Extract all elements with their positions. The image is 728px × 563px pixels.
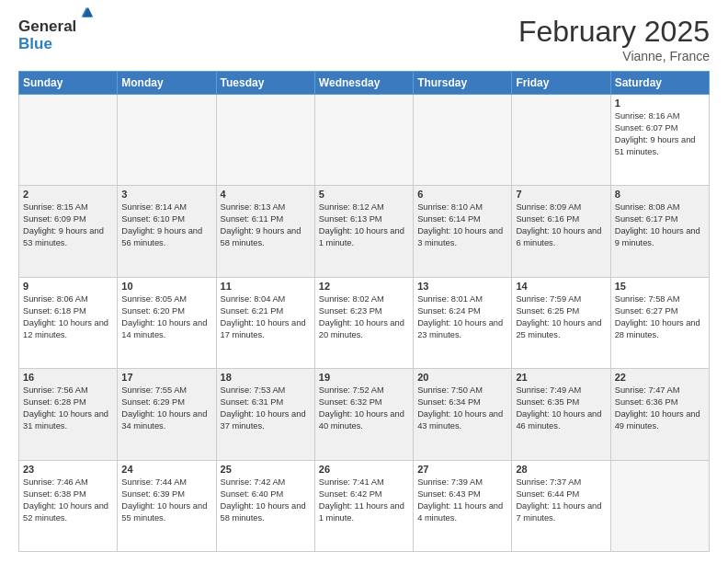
calendar-week-row: 23Sunrise: 7:46 AM Sunset: 6:38 PM Dayli… [19,460,710,551]
col-wednesday: Wednesday [314,72,413,95]
table-row [314,95,413,186]
day-info: Sunrise: 8:16 AM Sunset: 6:07 PM Dayligh… [615,110,705,158]
table-row: 12Sunrise: 8:02 AM Sunset: 6:23 PM Dayli… [314,277,413,368]
day-number: 4 [221,189,311,200]
table-row: 21Sunrise: 7:49 AM Sunset: 6:35 PM Dayli… [512,369,610,460]
day-number: 11 [221,281,311,292]
table-row: 16Sunrise: 7:56 AM Sunset: 6:28 PM Dayli… [19,369,118,460]
day-number: 6 [417,189,507,200]
day-info: Sunrise: 7:46 AM Sunset: 6:38 PM Dayligh… [23,477,113,524]
table-row: 27Sunrise: 7:39 AM Sunset: 6:43 PM Dayli… [414,460,512,551]
table-row: 20Sunrise: 7:50 AM Sunset: 6:34 PM Dayli… [414,369,512,460]
table-row: 25Sunrise: 7:42 AM Sunset: 6:40 PM Dayli… [216,460,314,551]
day-number: 20 [417,372,507,383]
day-number: 27 [417,464,507,475]
day-info: Sunrise: 8:08 AM Sunset: 6:17 PM Dayligh… [615,201,705,249]
col-thursday: Thursday [414,72,512,95]
day-info: Sunrise: 7:56 AM Sunset: 6:28 PM Dayligh… [23,385,113,432]
day-number: 10 [121,281,211,292]
table-row: 2Sunrise: 8:15 AM Sunset: 6:09 PM Daylig… [19,186,118,277]
table-row [414,95,512,186]
day-info: Sunrise: 8:09 AM Sunset: 6:16 PM Dayligh… [516,201,606,249]
table-row: 19Sunrise: 7:52 AM Sunset: 6:32 PM Dayli… [314,369,413,460]
day-info: Sunrise: 8:02 AM Sunset: 6:23 PM Dayligh… [319,293,409,341]
day-number: 28 [516,464,606,475]
day-info: Sunrise: 8:14 AM Sunset: 6:10 PM Dayligh… [121,201,211,249]
table-row [19,95,118,186]
table-row: 8Sunrise: 8:08 AM Sunset: 6:17 PM Daylig… [610,186,709,277]
table-row: 14Sunrise: 7:59 AM Sunset: 6:25 PM Dayli… [512,277,610,368]
day-info: Sunrise: 7:42 AM Sunset: 6:40 PM Dayligh… [221,477,311,524]
logo-general-text: General [18,18,76,36]
day-info: Sunrise: 7:44 AM Sunset: 6:39 PM Dayligh… [121,477,211,524]
day-number: 2 [23,189,113,200]
day-info: Sunrise: 7:47 AM Sunset: 6:36 PM Dayligh… [615,385,705,432]
table-row: 24Sunrise: 7:44 AM Sunset: 6:39 PM Dayli… [118,460,216,551]
table-row [118,95,216,186]
day-number: 18 [221,372,311,383]
table-row: 1Sunrise: 8:16 AM Sunset: 6:07 PM Daylig… [610,95,709,186]
day-info: Sunrise: 7:52 AM Sunset: 6:32 PM Dayligh… [319,385,409,432]
day-number: 5 [319,189,409,200]
day-info: Sunrise: 7:55 AM Sunset: 6:29 PM Dayligh… [121,385,211,432]
day-info: Sunrise: 8:15 AM Sunset: 6:09 PM Dayligh… [23,201,113,249]
table-row: 6Sunrise: 8:10 AM Sunset: 6:14 PM Daylig… [414,186,512,277]
location-subtitle: Vianne, France [518,49,710,63]
table-row: 28Sunrise: 7:37 AM Sunset: 6:44 PM Dayli… [512,460,610,551]
day-number: 14 [516,281,606,292]
logo-icon [78,6,95,22]
day-info: Sunrise: 7:59 AM Sunset: 6:25 PM Dayligh… [516,293,606,341]
day-info: Sunrise: 7:58 AM Sunset: 6:27 PM Dayligh… [615,293,705,341]
table-row: 7Sunrise: 8:09 AM Sunset: 6:16 PM Daylig… [512,186,610,277]
day-info: Sunrise: 7:41 AM Sunset: 6:42 PM Dayligh… [319,477,409,524]
day-number: 23 [23,464,113,475]
table-row: 22Sunrise: 7:47 AM Sunset: 6:36 PM Dayli… [610,369,709,460]
day-number: 16 [23,372,113,383]
page: General Blue February 2025 Vianne, Franc… [0,0,728,563]
table-row: 15Sunrise: 7:58 AM Sunset: 6:27 PM Dayli… [610,277,709,368]
day-info: Sunrise: 8:06 AM Sunset: 6:18 PM Dayligh… [23,293,113,341]
table-row: 3Sunrise: 8:14 AM Sunset: 6:10 PM Daylig… [118,186,216,277]
day-info: Sunrise: 8:05 AM Sunset: 6:20 PM Dayligh… [121,293,211,341]
calendar-header-row: Sunday Monday Tuesday Wednesday Thursday… [19,72,710,95]
day-info: Sunrise: 8:10 AM Sunset: 6:14 PM Dayligh… [417,201,507,249]
day-info: Sunrise: 8:13 AM Sunset: 6:11 PM Dayligh… [221,201,311,249]
day-number: 13 [417,281,507,292]
day-number: 21 [516,372,606,383]
table-row: 4Sunrise: 8:13 AM Sunset: 6:11 PM Daylig… [216,186,314,277]
day-number: 17 [121,372,211,383]
day-number: 12 [319,281,409,292]
day-number: 19 [319,372,409,383]
logo: General Blue [18,18,76,52]
table-row: 13Sunrise: 8:01 AM Sunset: 6:24 PM Dayli… [414,277,512,368]
header: General Blue February 2025 Vianne, Franc… [18,15,710,63]
day-info: Sunrise: 8:12 AM Sunset: 6:13 PM Dayligh… [319,201,409,249]
table-row [216,95,314,186]
day-number: 25 [221,464,311,475]
table-row: 11Sunrise: 8:04 AM Sunset: 6:21 PM Dayli… [216,277,314,368]
col-tuesday: Tuesday [216,72,314,95]
day-number: 9 [23,281,113,292]
table-row: 10Sunrise: 8:05 AM Sunset: 6:20 PM Dayli… [118,277,216,368]
table-row: 18Sunrise: 7:53 AM Sunset: 6:31 PM Dayli… [216,369,314,460]
day-number: 1 [615,98,705,109]
calendar-table: Sunday Monday Tuesday Wednesday Thursday… [18,71,710,552]
table-row [610,460,709,551]
col-monday: Monday [118,72,216,95]
table-row: 5Sunrise: 8:12 AM Sunset: 6:13 PM Daylig… [314,186,413,277]
day-number: 26 [319,464,409,475]
day-info: Sunrise: 7:37 AM Sunset: 6:44 PM Dayligh… [516,477,606,524]
title-block: February 2025 Vianne, France [518,15,710,63]
day-info: Sunrise: 7:49 AM Sunset: 6:35 PM Dayligh… [516,385,606,432]
calendar-week-row: 9Sunrise: 8:06 AM Sunset: 6:18 PM Daylig… [19,277,710,368]
table-row: 9Sunrise: 8:06 AM Sunset: 6:18 PM Daylig… [19,277,118,368]
calendar-week-row: 2Sunrise: 8:15 AM Sunset: 6:09 PM Daylig… [19,186,710,277]
day-info: Sunrise: 8:01 AM Sunset: 6:24 PM Dayligh… [417,293,507,341]
day-info: Sunrise: 7:53 AM Sunset: 6:31 PM Dayligh… [221,385,311,432]
day-number: 24 [121,464,211,475]
day-number: 8 [615,189,705,200]
day-number: 22 [615,372,705,383]
table-row: 23Sunrise: 7:46 AM Sunset: 6:38 PM Dayli… [19,460,118,551]
table-row: 17Sunrise: 7:55 AM Sunset: 6:29 PM Dayli… [118,369,216,460]
col-sunday: Sunday [19,72,118,95]
